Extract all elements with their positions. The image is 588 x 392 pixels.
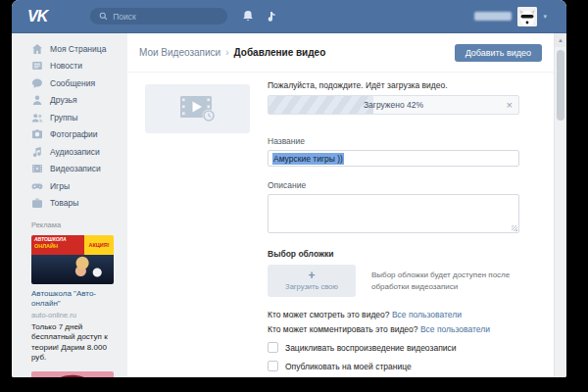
description-label: Описание (268, 180, 519, 190)
loop-playback-checkbox[interactable] (268, 342, 278, 353)
sidebar-item-photos[interactable]: Фотографии (31, 126, 114, 144)
music-icon[interactable] (268, 10, 277, 23)
ad-banner-image[interactable]: АВТОШКОЛА ОНЛАЙН АКЦИЯ! (31, 235, 114, 284)
topbar: VK Поиск ▾ (12, 0, 566, 33)
home-icon (31, 43, 43, 55)
comment-permission-link[interactable]: Все пользователи (420, 324, 490, 334)
audio-icon (31, 146, 43, 158)
search-icon (99, 12, 108, 21)
search-input[interactable]: Поиск (90, 8, 227, 24)
sidebar-item-my-page[interactable]: Моя Страница (31, 40, 114, 58)
groups-icon (31, 112, 43, 123)
publish-on-page-checkbox[interactable] (268, 361, 278, 371)
market-icon (31, 197, 43, 209)
sidebar-item-market[interactable]: Товары (31, 195, 114, 213)
publish-on-page-checkbox-row[interactable]: Опубликовать на моей странице (268, 361, 519, 371)
ad-url: auto-online.ru (31, 311, 114, 319)
breadcrumb-parent[interactable]: Мои Видеозаписи (139, 47, 220, 58)
sidebar: Моя Страница Новости Сообщения Друзья Гр… (12, 33, 127, 377)
sidebar-item-news[interactable]: Новости (31, 58, 114, 75)
progress-label: Загружено 42% (269, 96, 518, 114)
cover-hint-text: Выбор обложки будет доступен после обраб… (371, 270, 518, 293)
upload-form: Пожалуйста, подождите. Идёт загрузка вид… (127, 73, 554, 377)
sidebar-item-games[interactable]: Игры (31, 177, 114, 195)
scroll-up-icon[interactable]: ▲ (555, 33, 566, 47)
upload-progress-bar: Загружено 42% × (268, 95, 519, 115)
sidebar-item-friends[interactable]: Друзья (31, 92, 114, 110)
friends-icon (31, 94, 43, 106)
vk-logo[interactable]: VK (27, 8, 47, 25)
title-input[interactable]: Амурские тигры )) (268, 150, 519, 167)
username-redacted (474, 12, 512, 21)
ads-section-label: Реклама (31, 220, 114, 229)
cover-choice-label: Выбор обложки (268, 249, 519, 259)
upload-wait-text: Пожалуйста, подождите. Идёт загрузка вид… (268, 80, 519, 90)
sidebar-item-video[interactable]: Видеозаписи (31, 161, 114, 178)
main-content: Мои Видеозаписи › Добавление видео Добав… (127, 33, 554, 377)
games-icon (31, 180, 43, 192)
video-thumbnail-placeholder (145, 84, 250, 133)
comment-permission-row: Кто может комментировать это видео? Все … (268, 324, 519, 334)
messages-icon (31, 77, 43, 89)
sidebar-item-messages[interactable]: Сообщения (31, 74, 114, 92)
vertical-scrollbar[interactable]: ▲ (554, 33, 566, 377)
sidebar-item-audio[interactable]: Аудиозаписи (31, 143, 114, 161)
ad-title-link[interactable]: Автошкола "Авто-онлайн" (31, 289, 114, 309)
avatar (517, 7, 537, 26)
caret-down-icon: ▾ (543, 13, 547, 21)
news-icon (31, 60, 43, 72)
browser-viewport: VK Поиск ▾ Моя Страница Новос (12, 0, 566, 377)
search-placeholder: Поиск (113, 12, 136, 22)
watch-permission-link[interactable]: Все пользователи (392, 310, 462, 319)
ad-body-text: Только 7 дней бесплатный доступ к теории… (31, 322, 114, 364)
film-clock-icon (177, 94, 219, 123)
watch-permission-row: Кто может смотреть это видео? Все пользо… (268, 310, 519, 319)
plus-icon: + (308, 270, 315, 280)
title-selected-text: Амурские тигры )) (272, 153, 344, 165)
ad-photo (31, 255, 114, 284)
cancel-upload-icon[interactable]: × (507, 96, 513, 114)
add-video-button[interactable]: Добавить видео (455, 44, 542, 62)
photos-icon (31, 128, 43, 140)
loop-playback-checkbox-row[interactable]: Зацикливать воспроизведение видеозаписи (268, 342, 519, 353)
user-menu[interactable]: ▾ (474, 7, 547, 26)
breadcrumb-separator: › (225, 47, 228, 58)
video-icon (31, 163, 43, 174)
bell-icon[interactable] (242, 10, 254, 23)
page-header: Мои Видеозаписи › Добавление видео Добав… (127, 33, 554, 73)
title-label: Название (268, 136, 519, 146)
sidebar-item-groups[interactable]: Группы (31, 109, 114, 126)
scrollbar-thumb[interactable] (557, 50, 564, 121)
upload-cover-button[interactable]: + Загрузить свою (268, 265, 356, 297)
description-textarea[interactable] (268, 194, 519, 233)
breadcrumb-current: Добавление видео (234, 47, 326, 58)
ad-badge: АКЦИЯ! (84, 235, 114, 255)
ad-image-2[interactable] (31, 371, 114, 377)
